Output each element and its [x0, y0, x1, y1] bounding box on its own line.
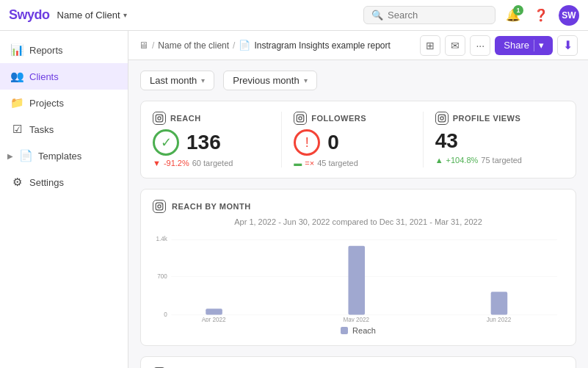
svg-text:May 2022: May 2022	[343, 315, 369, 322]
svg-text:0: 0	[164, 310, 167, 318]
chart-title: REACH BY MONTH	[172, 202, 251, 211]
stat-reach: REACH ✓ 136 ▼ -91.2% 60 targeted	[153, 112, 282, 167]
settings-icon: ⚙	[10, 176, 23, 189]
sidebar-label-templates: Templates	[38, 151, 81, 162]
ig-icon-chart	[153, 200, 166, 213]
last-month-filter[interactable]: Last month ▾	[140, 71, 214, 90]
stat-reach-value-row: ✓ 136	[153, 129, 269, 156]
breadcrumb: 🖥 / Name of the client / 📄 Instragram In…	[139, 40, 391, 51]
share-email-button[interactable]: ✉	[445, 35, 465, 56]
stat-followers-label: FOLLOWERS	[311, 114, 366, 123]
breadcrumb-actions: ⊞ ✉ ··· Share ▾ ⬇	[420, 35, 578, 56]
report-content: Last month ▾ Previous month ▾	[128, 60, 588, 368]
arrow-icon: ▶	[7, 152, 13, 160]
previous-month-filter[interactable]: Previous month ▾	[223, 71, 316, 90]
stat-profile-views-number: 43	[435, 129, 458, 153]
stat-followers-change: ▬ =× 45 targeted	[294, 159, 410, 167]
client-selector[interactable]: Name of Client ▾	[57, 10, 127, 21]
sidebar-item-clients[interactable]: 👥 Clients	[0, 63, 128, 90]
svg-point-10	[158, 205, 161, 208]
topbar-icons: 🔔 1 ❓ SW	[503, 5, 579, 26]
client-name: Name of Client	[57, 10, 120, 21]
projects-icon: 📁	[10, 96, 23, 109]
breadcrumb-sep-2: /	[233, 40, 235, 51]
stat-reach-circle: ✓	[153, 129, 179, 156]
sidebar-item-reports[interactable]: 📊 Reports	[0, 37, 128, 63]
topbar: Swydo Name of Client ▾ 🔍 🔔 1 ❓ SW	[0, 0, 588, 31]
overall-performance-card: OVERALL PERFORMANCE Apr 1, 2022 - Jun 30…	[140, 356, 576, 368]
breadcrumb-client[interactable]: Name of the client	[158, 40, 229, 51]
svg-point-1	[158, 117, 161, 120]
svg-text:1.4k: 1.4k	[156, 235, 168, 243]
main-content: 🖥 / Name of the client / 📄 Instragram In…	[128, 31, 588, 368]
clients-icon: 👥	[10, 70, 23, 83]
legend-label: Reach	[352, 326, 376, 335]
share-button[interactable]: Share ▾	[495, 36, 553, 55]
sidebar-label-reports: Reports	[29, 45, 63, 56]
search-input[interactable]	[388, 10, 476, 21]
stat-reach-header: REACH	[153, 112, 269, 125]
sidebar-label-settings: Settings	[29, 177, 64, 188]
breadcrumb-home-icon: 🖥	[139, 40, 148, 51]
sidebar-item-tasks[interactable]: ☑ Tasks	[0, 116, 128, 142]
logo: Swydo	[9, 7, 50, 23]
svg-text:700: 700	[157, 272, 167, 280]
followers-change-arrow: ▬	[294, 159, 302, 167]
profile-views-change-value: +104.8%	[446, 156, 479, 165]
ig-icon-followers	[294, 112, 307, 125]
breadcrumb-sep-1: /	[152, 40, 154, 51]
stat-followers-header: FOLLOWERS	[294, 112, 410, 125]
help-button[interactable]: ❓	[531, 5, 551, 26]
chart-card: REACH BY MONTH Apr 1, 2022 - Jun 30, 202…	[140, 189, 576, 346]
reach-change-value: -91.2%	[164, 159, 189, 167]
stat-profile-views-header: PROFILE VIEWS	[435, 112, 552, 125]
sidebar-item-projects[interactable]: 📁 Projects	[0, 90, 128, 116]
avatar[interactable]: SW	[559, 5, 579, 26]
breadcrumb-bar: 🖥 / Name of the client / 📄 Instragram In…	[128, 31, 588, 60]
stat-followers-circle: !	[294, 129, 320, 156]
share-label: Share	[504, 40, 529, 51]
svg-point-8	[443, 115, 444, 116]
sidebar: 📊 Reports 👥 Clients 📁 Projects ☑ Tasks ▶…	[0, 31, 128, 368]
view-toggle-button[interactable]: ⊞	[420, 35, 440, 56]
breadcrumb-report-name: Instragram Insights example report	[254, 40, 390, 51]
ig-icon-profile-views	[435, 112, 449, 125]
profile-views-change-arrow: ▲	[435, 156, 443, 165]
notif-badge: 1	[513, 5, 523, 15]
stat-profile-views-change: ▲ +104.8% 75 targeted	[435, 156, 552, 165]
stats-card: REACH ✓ 136 ▼ -91.2% 60 targeted	[140, 101, 576, 178]
stats-row: REACH ✓ 136 ▼ -91.2% 60 targeted	[153, 112, 564, 167]
download-button[interactable]: ⬇	[557, 35, 578, 56]
templates-icon: 📄	[19, 149, 32, 162]
more-options-button[interactable]: ···	[470, 35, 490, 56]
stat-profile-views: PROFILE VIEWS 43 ▲ +104.8% 75 targeted	[424, 112, 564, 165]
chart-area: 1.4k 700 0 Apr 2022	[153, 234, 564, 322]
last-month-chevron-icon: ▾	[201, 76, 205, 84]
layout: 📊 Reports 👥 Clients 📁 Projects ☑ Tasks ▶…	[0, 31, 588, 368]
sidebar-item-templates[interactable]: ▶ 📄 Templates	[0, 142, 128, 169]
stat-followers: FOLLOWERS ! 0 ▬ =× 45 targeted	[282, 112, 423, 167]
chart-subtitle: Apr 1, 2022 - Jun 30, 2022 compared to D…	[153, 217, 564, 226]
legend-dot	[341, 327, 348, 334]
share-divider	[534, 40, 534, 51]
svg-rect-18	[206, 309, 222, 314]
svg-rect-19	[348, 246, 365, 315]
last-month-label: Last month	[150, 75, 197, 86]
bar-chart-svg: 1.4k 700 0 Apr 2022	[153, 234, 564, 322]
breadcrumb-report-icon: 📄	[239, 40, 250, 51]
stat-reach-number: 136	[186, 131, 221, 154]
svg-point-2	[161, 115, 161, 116]
previous-month-chevron-icon: ▾	[304, 76, 308, 84]
share-chevron-icon: ▾	[539, 40, 544, 51]
chevron-down-icon: ▾	[123, 11, 127, 19]
profile-views-target: 75 targeted	[481, 156, 522, 165]
svg-text:Jun 2022: Jun 2022	[487, 315, 511, 322]
svg-point-4	[299, 117, 302, 120]
sidebar-label-projects: Projects	[29, 98, 64, 109]
svg-rect-20	[491, 292, 508, 314]
sidebar-label-clients: Clients	[29, 71, 59, 82]
previous-month-label: Previous month	[233, 75, 299, 86]
notifications-button[interactable]: 🔔 1	[503, 5, 523, 26]
sidebar-item-settings[interactable]: ⚙ Settings	[0, 169, 128, 195]
stat-profile-views-value-row: 43	[435, 129, 552, 153]
